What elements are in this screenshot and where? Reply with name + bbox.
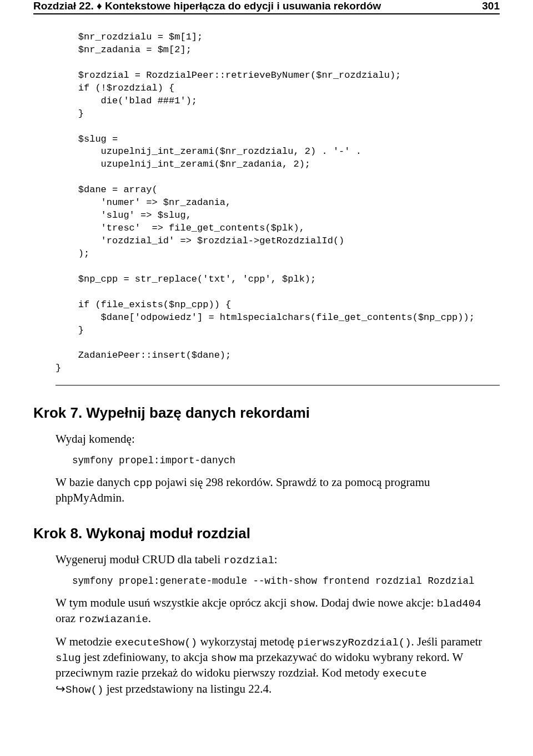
step7-p1: Wydaj komendę: [56,432,500,447]
code-line: 'numer' => $nr_zadania, [56,197,231,208]
code-line: 'rozdzial_id' => $rozdzial->getRozdzialI… [56,236,344,246]
code-line: } [56,363,61,373]
code-line: if (file_exists($np_cpp)) { [56,299,231,310]
continuation-arrow-icon: ↪ [56,682,66,695]
code-line: if (!$rozdzial) { [56,83,174,93]
text: jest zdefiniowany, to akcja [81,650,211,664]
text: W tym module usuń wszystkie akcje oprócz… [56,596,290,609]
text: : [274,553,278,566]
code-line: ); [56,248,89,259]
step8-command: symfony propel:generate-module --with-sh… [72,575,500,587]
text: jest przedstawiony na listingu 22.4. [103,682,271,695]
step8-p2: W tym module usuń wszystkie akcje oprócz… [56,595,500,627]
step7-command: symfony propel:import-danych [72,455,500,466]
step7-p2: W bazie danych cpp pojawi się 298 rekord… [56,475,500,506]
code-line: 'tresc' => file_get_contents($plk), [56,223,305,233]
inline-code: show [290,598,315,610]
code-line: $nr_rozdzialu = $m[1]; [56,32,203,42]
code-line: $nr_zadania = $m[2]; [56,44,192,55]
inline-code: cpp [133,477,152,489]
step8-p1: Wygeneruj moduł CRUD dla tabeli rozdzial… [56,552,500,568]
text: . Dodaj dwie nowe akcje: [315,596,436,609]
text: W bazie danych [56,475,133,489]
step7-heading: Krok 7. Wypełnij bazę danych rekordami [33,404,500,422]
code-line: $np_cpp = str_replace('txt', 'cpp', $plk… [56,274,316,284]
code-line: $dane = array( [56,184,158,195]
text: oraz [56,612,78,625]
code-line: 'slug' => $slug, [56,210,192,221]
code-line: $slug = [56,134,118,144]
code-line: } [56,108,84,119]
code-listing: $nr_rozdzialu = $m[1]; $nr_zadania = $m[… [56,31,500,385]
code-line: uzupelnij_int_zerami($nr_rozdzialu, 2) .… [56,146,361,157]
inline-code: rozwiazanie [78,613,148,625]
code-line: ZadaniePeer::insert($dane); [56,350,231,361]
inline-code: executeShow() [115,637,197,649]
code-line: $dane['odpowiedz'] = htmlspecialchars(fi… [56,312,475,323]
step8-p3: W metodzie executeShow() wykorzystaj met… [56,634,500,697]
inline-code: execute [383,668,427,680]
inline-code: blad404 [437,598,481,610]
inline-code: pierwszyRozdzial() [297,637,411,649]
chapter-label: Rozdział 22. [33,0,94,12]
inline-code: Show() [66,684,103,696]
text: . [148,612,151,625]
code-line: uzupelnij_int_zerami($nr_zadania, 2); [56,159,310,169]
text: Wygeneruj moduł CRUD dla tabeli [56,553,224,566]
page-number: 301 [482,0,500,12]
chapter-title: Kontekstowe hiperłącza do edycji i usuwa… [105,0,381,12]
inline-code: slug [56,652,81,664]
inline-code: show [211,652,237,664]
code-line: } [56,325,84,336]
inline-code: rozdzial [224,554,274,567]
header-left: Rozdział 22. ♦ Kontekstowe hiperłącza do… [33,0,381,12]
text: . Jeśli parametr [411,635,482,648]
text: wykorzystaj metodę [197,635,297,648]
text: W metodzie [56,635,115,648]
code-line: die('blad ###1'); [56,96,197,106]
step8-heading: Krok 8. Wykonaj moduł rozdzial [33,525,500,542]
running-header: Rozdział 22. ♦ Kontekstowe hiperłącza do… [33,0,500,14]
code-line: $rozdzial = RozdzialPeer::retrieveByNume… [56,70,401,81]
page: Rozdział 22. ♦ Kontekstowe hiperłącza do… [0,0,533,727]
diamond-icon: ♦ [97,0,102,12]
